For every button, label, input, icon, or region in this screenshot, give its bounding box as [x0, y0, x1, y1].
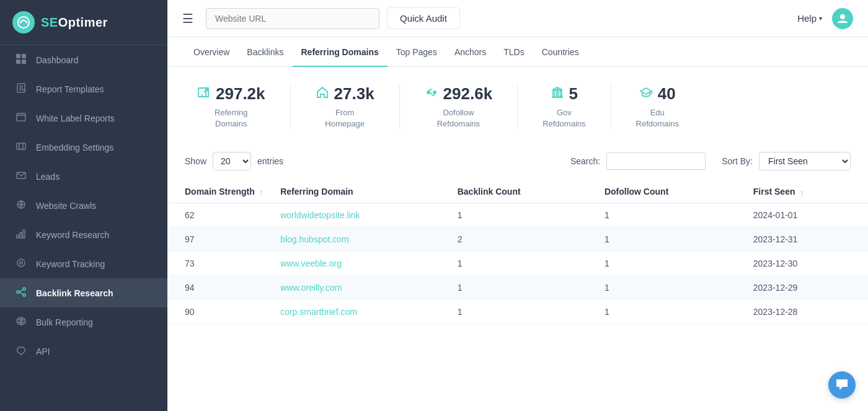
backlink-research-icon — [15, 287, 27, 299]
sidebar-item-dashboard-label: Dashboard — [36, 55, 79, 65]
report-templates-icon — [15, 83, 27, 95]
sort-label: Sort By: — [722, 156, 753, 166]
sidebar-item-embedding-settings[interactable]: Embedding Settings — [0, 133, 167, 162]
svg-rect-42 — [560, 91, 562, 97]
keyword-research-icon — [15, 229, 27, 241]
header-right: Help ▾ — [797, 8, 853, 29]
sidebar-item-api-label: API — [36, 347, 50, 356]
sidebar-item-keyword-research-label: Keyword Research — [36, 230, 109, 240]
svg-point-1 — [20, 22, 22, 24]
svg-point-36 — [433, 91, 436, 94]
sidebar-item-white-label-reports[interactable]: White Label Reports — [0, 104, 167, 133]
stat-label-homepage: FromHomepage — [325, 107, 365, 130]
cell-domain[interactable]: www.oreilly.com — [272, 276, 449, 300]
sidebar-item-leads-label: Leads — [36, 172, 60, 182]
sidebar-item-keyword-tracking[interactable]: Keyword Tracking — [0, 249, 167, 278]
stat-value-homepage: 27.3k — [334, 84, 374, 104]
svg-rect-40 — [553, 91, 555, 97]
cell-domain[interactable]: worldwidetopsite.link — [272, 203, 449, 228]
table-row: 97blog.hubspot.com212023-12-31 — [167, 228, 868, 252]
svg-rect-21 — [23, 230, 25, 238]
table-row: 90corp.smartbrief.com112023-12-28 — [167, 300, 868, 324]
sidebar-item-bulk-reporting[interactable]: Bulk Reporting — [0, 307, 167, 337]
cell-first-seen: 2023-12-31 — [745, 228, 868, 252]
tab-anchors[interactable]: Anchors — [446, 37, 495, 67]
cell-first-seen: 2023-12-29 — [745, 276, 868, 300]
stat-top-referring: 297.2k — [197, 84, 265, 104]
stat-from-homepage: 27.3k FromHomepage — [291, 84, 400, 130]
website-url-input[interactable] — [206, 8, 379, 29]
svg-rect-4 — [22, 54, 26, 58]
svg-rect-6 — [22, 60, 26, 64]
table-controls: Show 20 50 100 entries Search: Sort By: … — [167, 142, 868, 180]
sidebar-item-leads[interactable]: Leads — [0, 162, 167, 191]
cell-dofollow: 1 — [596, 276, 745, 300]
svg-rect-3 — [16, 54, 20, 58]
entries-select[interactable]: 20 50 100 — [213, 152, 251, 170]
sidebar-item-embedding-label: Embedding Settings — [36, 143, 113, 152]
cell-domain[interactable]: blog.hubspot.com — [272, 228, 449, 252]
sort-arrows-strength: ↕ — [260, 188, 264, 196]
sidebar-item-backlink-label: Backlink Research — [36, 288, 113, 298]
search-input[interactable] — [606, 152, 706, 170]
tab-countries[interactable]: Countries — [533, 37, 588, 67]
col-domain-strength[interactable]: Domain Strength ↕ — [167, 180, 272, 203]
table-row: 62worldwidetopsite.link112024-01-01 — [167, 203, 868, 228]
cell-backlinks: 1 — [449, 252, 596, 276]
cell-strength: 94 — [167, 276, 272, 300]
domain-link[interactable]: worldwidetopsite.link — [280, 210, 360, 220]
main-area: ☰ Quick Audit Help ▾ Overview Backlinks … — [167, 0, 868, 411]
stat-dofollow: 292.6k DofollowRefdomains — [400, 84, 518, 130]
tab-top-pages[interactable]: Top Pages — [388, 37, 446, 67]
stat-value-gov: 5 — [569, 84, 578, 104]
col-dofollow-count: Dofollow Count — [596, 180, 745, 203]
sort-select[interactable]: First Seen Domain Strength Backlink Coun… — [759, 152, 851, 170]
tab-tlds[interactable]: TLDs — [495, 37, 533, 67]
col-first-seen[interactable]: First Seen ↕ — [745, 180, 868, 203]
sidebar-item-api[interactable]: API — [0, 337, 167, 366]
svg-rect-41 — [556, 91, 558, 97]
sidebar-item-report-templates[interactable]: Report Templates — [0, 74, 167, 104]
sidebar-item-website-crawls[interactable]: Website Crawls — [0, 191, 167, 220]
svg-line-29 — [19, 292, 23, 294]
hamburger-menu[interactable]: ☰ — [182, 11, 193, 26]
search-label: Search: — [570, 156, 600, 166]
bulk-reporting-icon — [15, 316, 27, 328]
sidebar-item-backlink-research[interactable]: Backlink Research — [0, 278, 167, 307]
cell-dofollow: 1 — [596, 228, 745, 252]
cell-strength: 97 — [167, 228, 272, 252]
keyword-tracking-icon — [15, 258, 27, 270]
website-crawls-icon — [15, 200, 27, 211]
cell-domain[interactable]: corp.smartbrief.com — [272, 300, 449, 324]
quick-audit-button[interactable]: Quick Audit — [387, 7, 460, 29]
stat-label-edu: EduRefdomains — [636, 107, 679, 130]
svg-rect-13 — [17, 143, 25, 149]
cell-domain[interactable]: www.veeble.org — [272, 252, 449, 276]
svg-line-28 — [19, 289, 23, 292]
sidebar-item-keyword-research[interactable]: Keyword Research — [0, 220, 167, 249]
stat-top-edu: 40 — [639, 84, 676, 104]
cell-strength: 73 — [167, 252, 272, 276]
help-button[interactable]: Help ▾ — [797, 13, 822, 24]
stat-top-homepage: 27.3k — [316, 84, 374, 104]
sidebar-item-dashboard[interactable]: Dashboard — [0, 45, 167, 74]
domain-link[interactable]: blog.hubspot.com — [280, 234, 349, 244]
cell-first-seen: 2023-12-28 — [745, 300, 868, 324]
domain-link[interactable]: www.oreilly.com — [280, 283, 342, 293]
chat-widget[interactable] — [828, 371, 856, 399]
domain-link[interactable]: www.veeble.org — [280, 259, 342, 268]
stat-value-dofollow: 292.6k — [443, 84, 493, 104]
stat-value-edu: 40 — [658, 84, 676, 104]
sidebar-item-website-crawls-label: Website Crawls — [36, 201, 96, 211]
user-avatar[interactable] — [832, 8, 853, 29]
cell-dofollow: 1 — [596, 203, 745, 228]
domain-link[interactable]: corp.smartbrief.com — [280, 307, 357, 317]
cell-backlinks: 2 — [449, 228, 596, 252]
cell-dofollow: 1 — [596, 252, 745, 276]
gov-icon — [551, 86, 564, 102]
tab-backlinks[interactable]: Backlinks — [238, 37, 292, 67]
cell-backlinks: 1 — [449, 203, 596, 228]
col-referring-domain: Referring Domain — [272, 180, 449, 203]
tab-referring-domains[interactable]: Referring Domains — [293, 37, 388, 67]
tab-overview[interactable]: Overview — [185, 37, 238, 67]
